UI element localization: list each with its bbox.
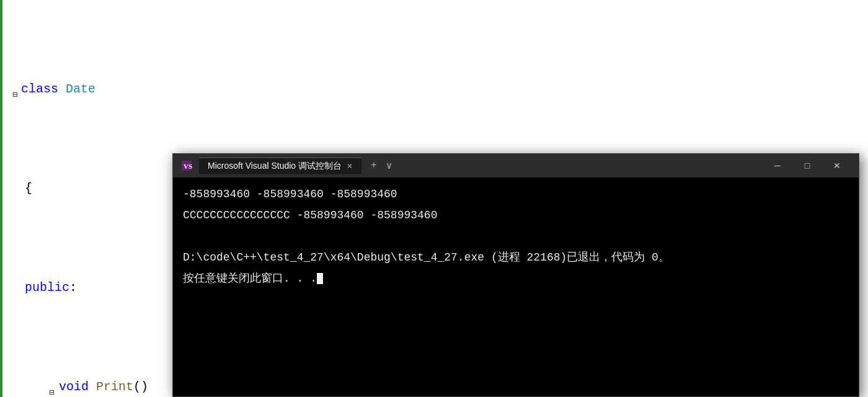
terminal-tab-label: Microsoft Visual Studio 调试控制台 <box>208 161 342 172</box>
collapse-icon-print[interactable]: ⊟ <box>49 383 54 397</box>
kw-class: class <box>21 79 66 99</box>
terminal-output-line2: CCCCCCCCCCCCCCCC -858993460 -858993460 <box>183 205 849 226</box>
maximize-button[interactable]: □ <box>793 154 822 177</box>
minimize-button[interactable]: ─ <box>763 154 792 177</box>
tab-controls: + ∨ <box>368 159 395 172</box>
terminal-body: -858993460 -858993460 -858993460 CCCCCCC… <box>173 177 859 396</box>
vs-icon: VS <box>180 159 193 172</box>
green-indicator-bar <box>0 0 2 397</box>
code-line-class-date: ⊟ class Date <box>21 79 862 99</box>
terminal-tab[interactable]: Microsoft Visual Studio 调试控制台 ✕ <box>199 158 361 174</box>
tab-close-button[interactable]: ✕ <box>347 162 353 171</box>
collapse-icon-class[interactable]: ⊟ <box>12 85 17 105</box>
tab-dropdown-button[interactable]: ∨ <box>383 159 396 172</box>
terminal-output-line5: 按任意键关闭此窗口. . . <box>183 268 849 289</box>
close-button[interactable]: ✕ <box>823 154 851 177</box>
terminal-output-empty <box>183 226 849 247</box>
class-name-date: Date <box>66 79 95 99</box>
terminal-window: VS Microsoft Visual Studio 调试控制台 ✕ + ∨ ─… <box>172 153 859 397</box>
terminal-output-line1: -858993460 -858993460 -858993460 <box>183 184 849 205</box>
window-controls: ─ □ ✕ <box>763 154 851 177</box>
terminal-titlebar: VS Microsoft Visual Studio 调试控制台 ✕ + ∨ ─… <box>173 154 859 177</box>
terminal-cursor <box>317 273 323 284</box>
svg-text:VS: VS <box>184 163 192 170</box>
new-tab-button[interactable]: + <box>368 160 380 171</box>
terminal-output-line4: D:\code\C++\test_4_27\x64\Debug\test_4_2… <box>183 247 849 268</box>
